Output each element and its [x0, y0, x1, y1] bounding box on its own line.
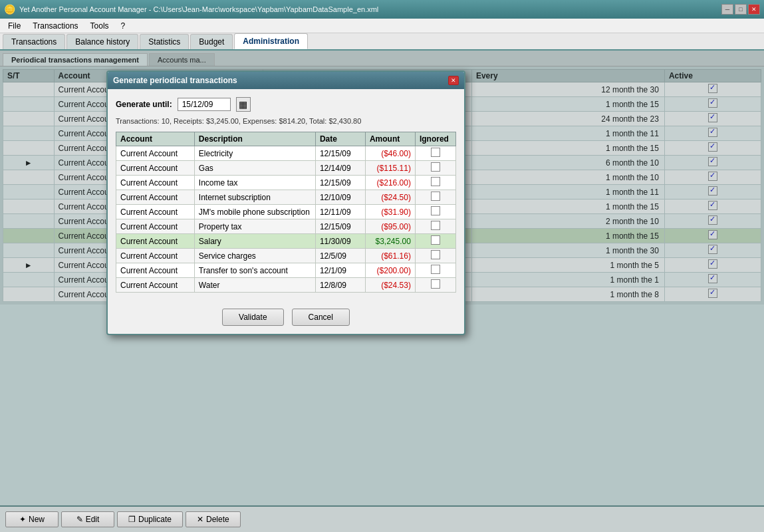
ignored-checkbox[interactable] [431, 162, 440, 172]
tx-row-account: Current Account [116, 161, 195, 176]
maximize-button[interactable]: □ [735, 4, 747, 15]
tx-row-account: Current Account [116, 146, 195, 161]
menu-tools[interactable]: Tools [85, 20, 114, 32]
tx-row-amount: ($46.00) [365, 146, 415, 161]
tx-col-amount: Amount [365, 132, 415, 146]
generate-periodical-dialog: Generate periodical transactions ✕ Gener… [106, 70, 465, 335]
edit-button[interactable]: ✎ Edit [61, 511, 114, 527]
window-title: Yet Another Personal Account Manager - C… [19, 5, 378, 13]
ignored-checkbox[interactable] [431, 192, 440, 201]
tx-row-date: 12/15/09 [315, 146, 365, 161]
tx-row-description: Service charges [194, 249, 315, 263]
tx-row-ignored [415, 146, 455, 161]
dialog-transactions-table: Account Description Date Amount Ignored … [116, 132, 456, 293]
tx-row-account: Current Account [116, 278, 195, 293]
new-icon: ✦ [19, 515, 26, 524]
ignored-checkbox[interactable] [431, 265, 440, 274]
tx-row-date: 12/10/09 [315, 190, 365, 205]
tx-row-ignored [415, 205, 455, 219]
tx-row-amount: ($24.53) [365, 278, 415, 293]
tx-row-ignored [415, 278, 455, 293]
dialog-close-button[interactable]: ✕ [448, 76, 459, 85]
validate-button[interactable]: Validate [222, 309, 283, 326]
cancel-button[interactable]: Cancel [292, 309, 350, 326]
generate-until-input[interactable] [178, 98, 231, 111]
tx-row-amount: ($24.50) [365, 190, 415, 205]
tx-row-date: 12/14/09 [315, 161, 365, 176]
tx-row-account: Current Account [116, 234, 195, 249]
edit-icon: ✎ [76, 515, 83, 524]
ignored-checkbox[interactable] [431, 177, 440, 186]
main-area: Periodical transactions management Accou… [0, 51, 764, 505]
app-icon: 🪙 [4, 4, 15, 15]
new-button[interactable]: ✦ New [5, 511, 59, 527]
tx-row-amount: ($95.00) [365, 219, 415, 234]
ignored-checkbox[interactable] [431, 148, 440, 157]
tx-row-account: Current Account [116, 176, 195, 190]
tx-row-amount: ($115.11) [365, 161, 415, 176]
tx-row-ignored [415, 190, 455, 205]
delete-label: Delete [206, 515, 229, 524]
delete-button[interactable]: ✕ Delete [186, 511, 241, 527]
edit-label: Edit [86, 515, 100, 524]
duplicate-button[interactable]: ❐ Duplicate [117, 511, 183, 527]
menu-transactions[interactable]: Transactions [27, 20, 83, 32]
window-controls: ─ □ ✕ [721, 4, 760, 15]
menu-file[interactable]: File [3, 20, 26, 32]
duplicate-label: Duplicate [138, 515, 172, 524]
tx-col-ignored: Ignored [415, 132, 455, 146]
menu-bar: File Transactions Tools ? [0, 19, 764, 33]
tab-budget[interactable]: Budget [190, 34, 233, 49]
tx-row-date: 12/8/09 [315, 278, 365, 293]
tx-row-description: Water [194, 278, 315, 293]
ignored-checkbox[interactable] [431, 250, 440, 259]
tx-row-account: Current Account [116, 190, 195, 205]
tx-row-date: 12/11/09 [315, 205, 365, 219]
tx-row-amount: $3,245.00 [365, 234, 415, 249]
tx-row-description: Internet subscription [194, 190, 315, 205]
bottom-toolbar: ✦ New ✎ Edit ❐ Duplicate ✕ Delete [0, 505, 764, 532]
tx-row-ignored [415, 161, 455, 176]
tx-row-date: 12/15/09 [315, 219, 365, 234]
generate-until-row: Generate until: ▦ [116, 97, 456, 112]
ignored-checkbox[interactable] [431, 279, 440, 289]
tx-row-ignored [415, 234, 455, 249]
tab-balance-history[interactable]: Balance history [66, 34, 138, 49]
tx-col-account: Account [116, 132, 195, 146]
ignored-checkbox[interactable] [431, 235, 440, 245]
tx-row-description: Gas [194, 161, 315, 176]
minimize-button[interactable]: ─ [721, 4, 733, 15]
tx-row-ignored [415, 249, 455, 263]
tx-row-account: Current Account [116, 249, 195, 263]
tab-statistics[interactable]: Statistics [140, 34, 189, 49]
dialog-body: Generate until: ▦ Transactions: 10, Rece… [108, 89, 464, 301]
dialog-footer: Validate Cancel [108, 301, 464, 334]
tx-row-amount: ($31.90) [365, 205, 415, 219]
tx-row-description: Electricity [194, 146, 315, 161]
ignored-checkbox[interactable] [431, 221, 440, 230]
tx-row-date: 12/5/09 [315, 249, 365, 263]
summary-text: Transactions: 10, Receipts: $3,245.00, E… [116, 117, 456, 125]
calendar-button[interactable]: ▦ [236, 97, 251, 112]
title-bar: 🪙 Yet Another Personal Account Manager -… [0, 0, 764, 19]
close-button[interactable]: ✕ [748, 4, 760, 15]
tx-row-ignored [415, 219, 455, 234]
new-label: New [29, 515, 45, 524]
tx-row-amount: ($61.16) [365, 249, 415, 263]
tx-row-account: Current Account [116, 205, 195, 219]
tx-row-description: Property tax [194, 219, 315, 234]
menu-help[interactable]: ? [116, 20, 131, 32]
tx-row-amount: ($216.00) [365, 176, 415, 190]
tx-row-account: Current Account [116, 263, 195, 278]
tx-row-amount: ($200.00) [365, 263, 415, 278]
tx-row-date: 12/1/09 [315, 263, 365, 278]
ignored-checkbox[interactable] [431, 206, 440, 215]
tx-col-description: Description [194, 132, 315, 146]
tab-transactions[interactable]: Transactions [3, 34, 65, 49]
tx-row-date: 12/15/09 [315, 176, 365, 190]
tx-row-ignored [415, 263, 455, 278]
tx-row-description: Salary [194, 234, 315, 249]
tab-administration[interactable]: Administration [234, 33, 308, 49]
tx-row-ignored [415, 176, 455, 190]
duplicate-icon: ❐ [128, 515, 136, 524]
